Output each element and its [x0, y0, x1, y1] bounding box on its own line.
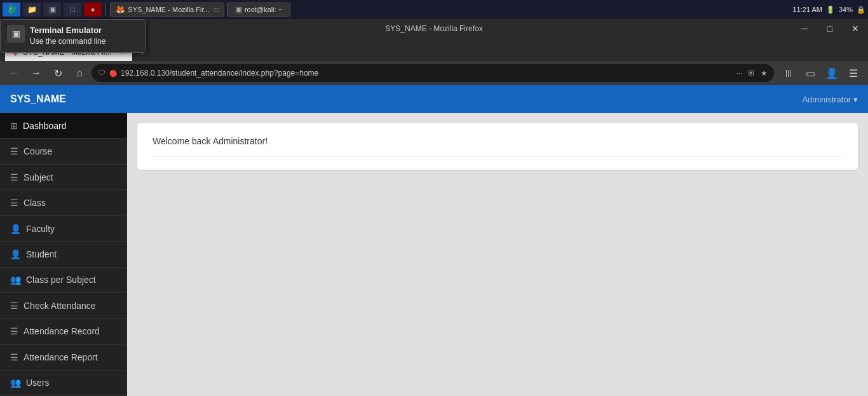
taskbar-firefox-button[interactable]: 🦊 SYS_NAME - Mozilla Fir... □: [110, 3, 224, 17]
welcome-card: Welcome back Administrator!: [137, 123, 858, 170]
sidebar-item-attendance-record[interactable]: ☰ Attendance Record: [0, 319, 127, 345]
dashboard-icon: ⊞: [10, 121, 18, 131]
tooltip-subtitle: Use the command line: [30, 36, 105, 47]
welcome-divider: [153, 156, 843, 157]
collections-button[interactable]: ⫼: [779, 64, 798, 82]
site-icon: 🔴: [109, 70, 117, 77]
reload-button[interactable]: ↻: [48, 64, 67, 82]
student-icon: 👤: [10, 249, 21, 259]
sidebar-item-course[interactable]: ☰ Course: [0, 139, 127, 164]
maximize-button[interactable]: □: [817, 19, 843, 38]
taskbar-folder-icon[interactable]: 📁: [23, 3, 41, 17]
firefox-tab-label: SYS_NAME - Mozilla Fir...: [128, 6, 209, 13]
sidebar-item-faculty[interactable]: 👤 Faculty: [0, 216, 127, 242]
forward-button[interactable]: →: [27, 64, 46, 82]
app-main: Welcome back Administrator!: [127, 113, 868, 396]
taskbar: 🐉 📁 ▣ □ ● 🦊 SYS_NAME - Mozilla Fir... □ …: [0, 0, 868, 19]
address-bar[interactable]: 🛡 🔴 192.168.0.130/student_attendance/ind…: [92, 64, 774, 82]
firefox-window: SYS_NAME - Mozilla Firefox ─ □ ✕ 🦊 SYS_N…: [0, 19, 868, 396]
terminal-tab-label: root@kali: ~: [245, 6, 282, 13]
more-icon[interactable]: ···: [736, 69, 743, 78]
admin-label: Administrator: [802, 95, 851, 104]
taskbar-terminal-icon[interactable]: ▣: [43, 3, 61, 17]
firefox-favicon-icon: 🦊: [116, 5, 125, 14]
sidebar-faculty-label: Faculty: [26, 224, 55, 234]
back-button[interactable]: ←: [5, 64, 24, 82]
toolbar-right-buttons: ⫼ ▭ 👤 ☰: [779, 64, 863, 82]
subject-icon: ☰: [10, 172, 18, 182]
shield-icon: 🛡: [98, 69, 105, 78]
class-per-subject-icon: 👥: [10, 275, 21, 285]
app-brand: SYS_NAME: [10, 93, 66, 105]
sidebar-dashboard-label: Dashboard: [23, 121, 67, 131]
class-icon: ☰: [10, 198, 18, 208]
app-navbar: SYS_NAME Administrator ▾: [0, 85, 868, 113]
tooltip-terminal-icon: ▣: [7, 25, 25, 43]
profile-button[interactable]: 👤: [822, 64, 841, 82]
close-button[interactable]: ✕: [843, 19, 868, 38]
sidebar-item-users[interactable]: 👥 Users: [0, 371, 127, 396]
admin-dropdown-icon: ▾: [853, 95, 858, 104]
sidebar-subject-label: Subject: [24, 172, 53, 182]
taskbar-red-icon[interactable]: ●: [84, 3, 102, 17]
battery-level: 34%: [839, 6, 853, 13]
terminal-tooltip: ▣ Terminal Emulator Use the command line: [0, 19, 146, 53]
battery-icon: 🔋: [826, 6, 835, 14]
check-attendance-icon: ☰: [10, 301, 18, 311]
tooltip-text: Terminal Emulator Use the command line: [30, 25, 105, 47]
firefox-toolbar: ← → ↻ ⌂ 🛡 🔴 192.168.0.130/student_attend…: [0, 61, 868, 85]
faculty-icon: 👤: [10, 224, 21, 234]
minimize-button[interactable]: ─: [792, 19, 817, 38]
lock-icon: 🔒: [857, 6, 865, 14]
window-controls: ─ □ ✕: [792, 19, 868, 38]
taskbar-files-icon[interactable]: □: [64, 3, 81, 17]
sidebar-item-subject[interactable]: ☰ Subject: [0, 165, 127, 190]
sidebar-student-label: Student: [26, 249, 57, 259]
time-display: 11:21 AM: [792, 6, 822, 13]
sidebar-item-class-per-subject[interactable]: 👥 Class per Subject: [0, 268, 127, 293]
course-icon: ☰: [10, 146, 18, 156]
sidebar-class-label: Class: [24, 198, 46, 208]
sidebar-course-label: Course: [24, 146, 52, 156]
pocket-icon[interactable]: ⛨: [748, 69, 756, 78]
attendance-record-icon: ☰: [10, 326, 18, 336]
address-bar-icons: ··· ⛨ ★: [736, 69, 768, 78]
bookmark-icon[interactable]: ★: [761, 69, 768, 78]
kali-menu-icon[interactable]: 🐉: [3, 3, 20, 17]
app-sidebar: ⊞ Dashboard ☰ Course ☰ Subject ☰ Class 👤…: [0, 113, 127, 396]
sidebar-attendance-record-label: Attendance Record: [24, 326, 100, 336]
taskbar-divider: [105, 3, 106, 16]
sidepanel-button[interactable]: ▭: [801, 64, 820, 82]
menu-button[interactable]: ☰: [844, 64, 863, 82]
sidebar-item-student[interactable]: 👤 Student: [0, 242, 127, 267]
sidebar-users-label: Users: [26, 378, 50, 388]
taskbar-status-area: 11:21 AM 🔋 34% 🔒: [792, 6, 865, 14]
sidebar-class-per-subject-label: Class per Subject: [26, 275, 96, 285]
tooltip-title: Terminal Emulator: [30, 25, 105, 36]
welcome-message: Welcome back Administrator!: [153, 136, 843, 146]
attendance-report-icon: ☰: [10, 352, 18, 362]
taskbar-terminal-button[interactable]: ▣ root@kali: ~: [227, 3, 290, 17]
sidebar-item-attendance-report[interactable]: ☰ Attendance Report: [0, 345, 127, 370]
terminal-window-icon: ▣: [235, 5, 242, 14]
admin-menu[interactable]: Administrator ▾: [802, 95, 858, 104]
sidebar-item-check-attendance[interactable]: ☰ Check Attendance: [0, 293, 127, 318]
url-display: 192.168.0.130/student_attendance/index.p…: [121, 69, 318, 78]
users-icon: 👥: [10, 378, 21, 388]
home-button[interactable]: ⌂: [70, 64, 89, 82]
sidebar-item-class[interactable]: ☰ Class: [0, 190, 127, 215]
sidebar-check-attendance-label: Check Attendance: [24, 301, 96, 311]
sidebar-attendance-report-label: Attendance Report: [24, 352, 98, 362]
window-title: SYS_NAME - Mozilla Firefox: [385, 24, 482, 33]
sidebar-item-dashboard[interactable]: ⊞ Dashboard: [0, 113, 127, 139]
